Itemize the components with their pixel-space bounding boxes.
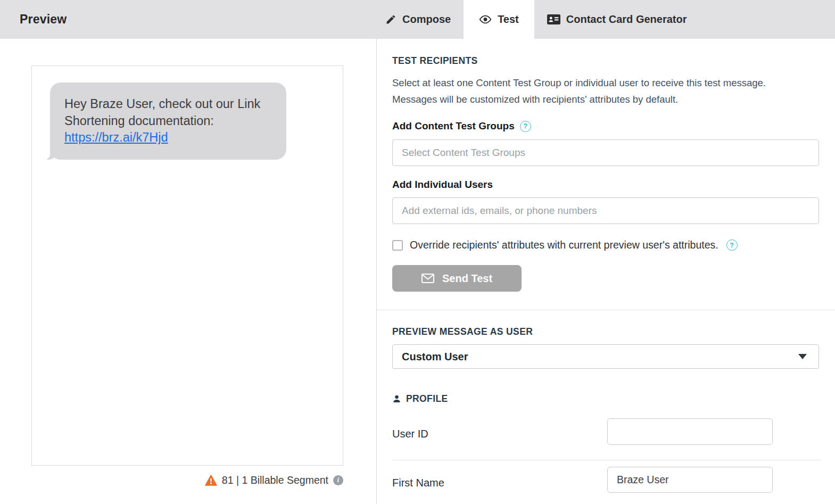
envelope-icon — [421, 274, 434, 283]
individual-users-label-row: Add Individual Users — [392, 179, 493, 191]
send-test-label: Send Test — [442, 272, 492, 285]
individual-users-label: Add Individual Users — [392, 179, 493, 191]
section-divider — [376, 310, 835, 310]
sms-message-text: Hey Braze User, check out our Link Short… — [64, 97, 260, 128]
selected-user-option: Custom User — [402, 351, 468, 363]
test-recipients-heading: TEST RECIPIENTS — [392, 55, 478, 67]
override-attributes-checkbox[interactable] — [392, 240, 403, 251]
sms-preview-frame: Hey Braze User, check out our Link Short… — [31, 65, 343, 466]
preview-as-user-heading: PREVIEW MESSAGE AS USER — [392, 326, 533, 337]
chevron-down-icon — [798, 354, 807, 359]
billable-segment-row: 81 | 1 Billable Segment i — [31, 474, 343, 486]
content-test-groups-input[interactable] — [392, 139, 819, 166]
user-id-input[interactable] — [607, 418, 773, 445]
override-attributes-label: Override recipients' attributes with cur… — [410, 239, 718, 251]
billable-segment-text: 81 | 1 Billable Segment — [222, 474, 328, 486]
profile-row-divider — [392, 460, 821, 460]
profile-heading: PROFILE — [406, 393, 448, 404]
first-name-input[interactable] — [607, 467, 773, 493]
question-mark-icon[interactable]: ? — [520, 121, 531, 132]
preview-user-select[interactable]: Custom User — [392, 344, 819, 369]
sms-message-link[interactable]: https://brz.ai/k7Hjd — [64, 130, 168, 144]
panel-divider — [376, 39, 377, 504]
test-panel: TEST RECIPIENTS Select at least one Cont… — [392, 0, 820, 504]
warning-triangle-icon — [205, 475, 217, 486]
user-id-label: User ID — [392, 428, 428, 440]
first-name-label: First Name — [392, 477, 444, 489]
profile-heading-row: PROFILE — [392, 393, 448, 404]
send-test-button[interactable]: Send Test — [392, 265, 522, 292]
preview-test-screen: Preview Compose Test Contact Card Genera… — [0, 0, 835, 504]
question-mark-icon[interactable]: ? — [726, 239, 738, 251]
individual-users-input[interactable] — [392, 197, 819, 224]
info-icon[interactable]: i — [333, 475, 343, 485]
person-icon — [392, 394, 401, 403]
test-recipients-description: Select at least one Content Test Group o… — [392, 75, 786, 108]
content-test-groups-label: Add Content Test Groups — [392, 120, 515, 132]
page-title: Preview — [20, 0, 67, 39]
override-attributes-row: Override recipients' attributes with cur… — [392, 239, 738, 251]
sms-message-bubble: Hey Braze User, check out our Link Short… — [50, 82, 286, 160]
content-test-groups-label-row: Add Content Test Groups ? — [392, 120, 531, 132]
